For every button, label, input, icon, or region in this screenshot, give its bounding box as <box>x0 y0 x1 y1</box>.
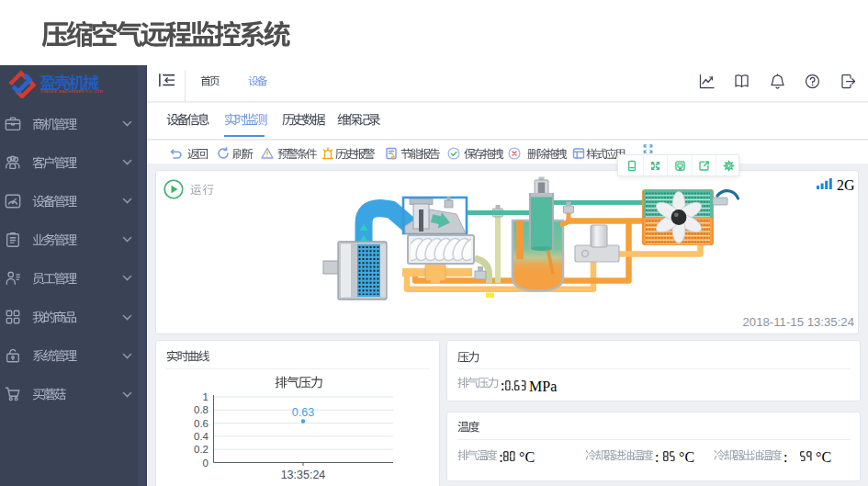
svg-text:13:35:24: 13:35:24 <box>281 469 326 481</box>
svg-text:1: 1 <box>203 391 209 402</box>
svg-text:0.6: 0.6 <box>194 418 209 429</box>
svg-text:0.4: 0.4 <box>194 431 209 442</box>
svg-text:0.63: 0.63 <box>292 406 314 419</box>
svg-text:0.8: 0.8 <box>194 404 209 415</box>
svg-text:0.2: 0.2 <box>194 444 209 455</box>
svg-text:0: 0 <box>203 458 209 469</box>
